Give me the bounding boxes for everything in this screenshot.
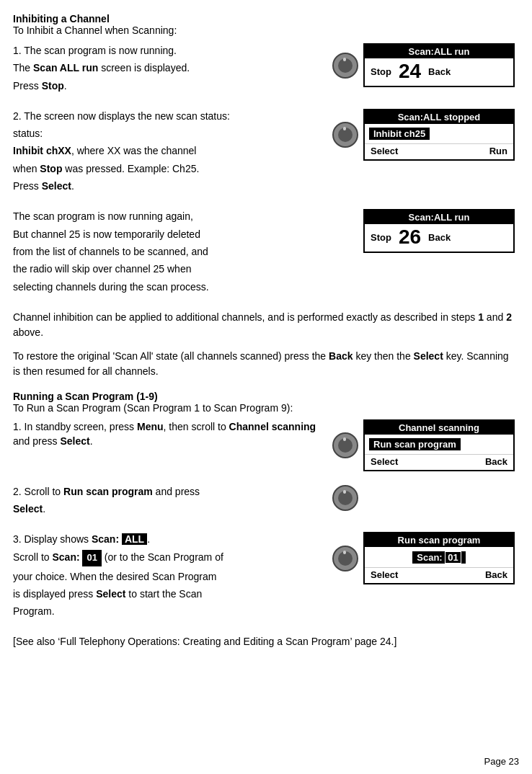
screen3: Scan:ALL run Stop 26 Back — [363, 209, 515, 253]
step2b-text: 2. Scroll to Run scan program and press … — [13, 484, 324, 520]
screen4-highlight: Run scan program — [369, 438, 461, 450]
screen5-highlight: Scan: 01 — [412, 551, 465, 564]
svg-rect-14 — [343, 551, 346, 554]
main-subtitle: To Inhibit a Channel when Scanning: — [13, 25, 515, 36]
main-title: Inhibiting a Channel — [13, 13, 515, 25]
screen2-title: Scan:ALL stopped — [365, 110, 513, 124]
radio-icon-4 — [332, 484, 359, 512]
screen2: Scan:ALL stopped Inhibit ch25 Select Run — [363, 109, 515, 161]
screen5-title: Run scan program — [365, 533, 513, 547]
running-line3: from the list of channels to be scanned,… — [13, 244, 324, 259]
step3b-line4: is displayed press Select to start the S… — [13, 587, 324, 601]
screen2-left: Select — [371, 146, 398, 156]
svg-rect-8 — [343, 437, 346, 441]
step2b-line1: 2. Scroll to Run scan program and press — [13, 484, 324, 499]
step1-text: 1. The scan program is now running. The … — [13, 43, 324, 96]
run-scan-heading-section: Running a Scan Program (1-9) To Run a Sc… — [13, 391, 515, 414]
screen3-left: Stop — [371, 232, 391, 243]
svg-rect-11 — [343, 490, 346, 494]
step1-line1: 1. The scan program is now running. — [13, 43, 324, 58]
radio-icon-1 — [332, 52, 359, 79]
step2-line5: Press Select. — [13, 179, 324, 193]
step2-line2: status: — [13, 126, 324, 141]
footer-text: [See also ‘Full Telephony Operations: Cr… — [13, 634, 515, 649]
step2b-right — [332, 484, 515, 512]
run-scan-sub: To Run a Scan Program (Scan Program 1 to… — [13, 402, 515, 414]
radio-icon-5 — [332, 545, 359, 572]
radio-icon-3 — [332, 432, 359, 459]
screen3-num: 26 — [399, 226, 421, 249]
screen5-bottom: Select Back — [365, 567, 513, 583]
step3b-right: Run scan program Scan: 01 Select Back — [332, 532, 515, 584]
screen1-left: Stop — [371, 66, 391, 77]
screen4-title: Channel scanning — [365, 421, 513, 435]
step2b-line2: Select. — [13, 502, 324, 516]
step1b-line1: 1. In standby screen, press Menu, then s… — [13, 419, 324, 449]
step3b-line2: Scroll to Scan: 01 (or to the Scan Progr… — [13, 550, 324, 566]
step3b-line1: 3. Display shows Scan: ALL. — [13, 532, 324, 546]
inhibit-note2: To restore the original 'Scan All' state… — [13, 349, 515, 379]
screen3-right: Back — [428, 232, 451, 243]
run-scan-heading: Running a Scan Program (1-9) — [13, 391, 515, 402]
step1b-text: 1. In standby screen, press Menu, then s… — [13, 419, 324, 452]
screen5: Run scan program Scan: 01 Select Back — [363, 532, 515, 584]
section-heading: Inhibiting a Channel To Inhibit a Channe… — [13, 13, 515, 36]
screen5-highlight-row: Scan: 01 — [365, 547, 513, 567]
screen5-right: Back — [485, 569, 507, 580]
screen1-num: 24 — [399, 60, 421, 83]
radio-icon-2 — [332, 121, 359, 148]
step2b-section: 2. Scroll to Run scan program and press … — [13, 484, 515, 520]
running-text: The scan program is now running again, B… — [13, 209, 324, 296]
step2-line1: 2. The screen now displays the new scan … — [13, 109, 324, 123]
step1b-right: Channel scanning Run scan program Select… — [332, 419, 515, 471]
running-line5: selecting channels during the scan proce… — [13, 280, 324, 294]
step3b-line5: Program. — [13, 604, 324, 618]
screen2-bottom: Select Run — [365, 143, 513, 159]
screen1-num-row: Stop 24 Back — [365, 58, 513, 86]
screen3-right: Scan:ALL run Stop 26 Back — [332, 209, 515, 253]
step2-right: Scan:ALL stopped Inhibit ch25 Select Run — [332, 109, 515, 161]
step1-line2: The Scan ALL run screen is displayed. — [13, 61, 324, 75]
step2-section: 2. The screen now displays the new scan … — [13, 109, 515, 196]
screen1: Scan:ALL run Stop 24 Back — [363, 43, 515, 87]
svg-rect-5 — [343, 127, 346, 130]
screen3-title: Scan:ALL run — [365, 210, 513, 224]
running-line1: The scan program is now running again, — [13, 209, 324, 223]
screen2-highlight: Inhibit ch25 — [369, 128, 430, 140]
screen5-left: Select — [371, 569, 398, 580]
screen2-highlight-row: Inhibit ch25 — [365, 124, 513, 143]
screen4-right: Back — [485, 456, 507, 467]
svg-rect-2 — [343, 58, 346, 61]
screen4: Channel scanning Run scan program Select… — [363, 419, 515, 471]
page-number: Page 23 — [484, 756, 519, 767]
screen4-highlight-row: Run scan program — [365, 435, 513, 454]
step3b-text: 3. Display shows Scan: ALL. Scroll to Sc… — [13, 532, 324, 621]
screen4-bottom: Select Back — [365, 454, 513, 470]
step1-right: Scan:ALL run Stop 24 Back — [332, 43, 515, 87]
running-line2: But channel 25 is now temporarily delete… — [13, 227, 324, 241]
step2-line3: Inhibit chXX, where XX was the channel — [13, 143, 324, 158]
step2-line4: when Stop was pressed. Example: Ch25. — [13, 161, 324, 176]
screen4-left: Select — [371, 456, 398, 467]
step3b-line3: your choice. When the desired Scan Progr… — [13, 569, 324, 584]
step1b-section: 1. In standby screen, press Menu, then s… — [13, 419, 515, 471]
screen2-right: Run — [489, 146, 507, 156]
step1-line3: Press Stop. — [13, 79, 324, 93]
step1-section: 1. The scan program is now running. The … — [13, 43, 515, 96]
inhibit-note1: Channel inhibition can be applied to add… — [13, 310, 515, 340]
running-line4: the radio will skip over channel 25 when — [13, 262, 324, 276]
step2-text: 2. The screen now displays the new scan … — [13, 109, 324, 196]
step3b-section: 3. Display shows Scan: ALL. Scroll to Sc… — [13, 532, 515, 621]
footer-note: [See also ‘Full Telephony Operations: Cr… — [13, 634, 515, 649]
screen1-title: Scan:ALL run — [365, 45, 513, 58]
screen3-num-row: Stop 26 Back — [365, 224, 513, 252]
screen1-right: Back — [428, 66, 451, 77]
running-section: The scan program is now running again, B… — [13, 209, 515, 296]
